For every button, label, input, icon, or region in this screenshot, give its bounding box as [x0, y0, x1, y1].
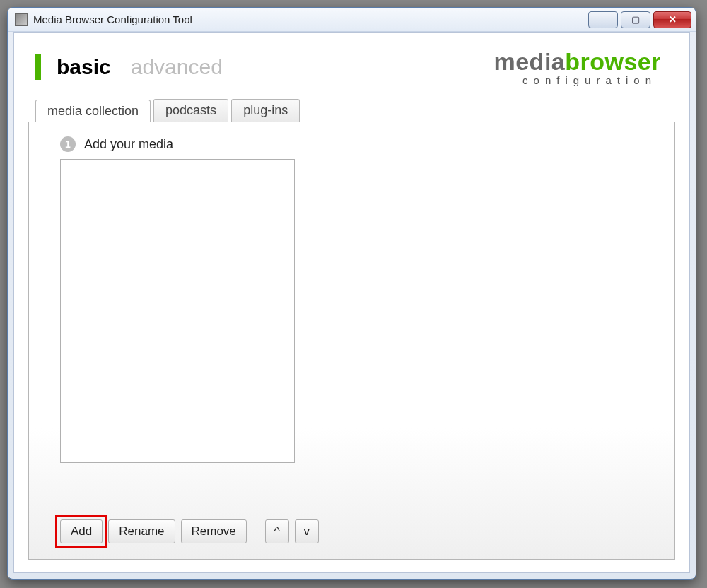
top-nav: basic advanced mediabrowser configuratio…	[14, 33, 689, 99]
maximize-button[interactable]: ▢	[621, 11, 650, 28]
logo-part2: browser	[565, 48, 661, 75]
tabs-container: media collection podcasts plug-ins 1 Add…	[28, 99, 675, 560]
minimize-button[interactable]: —	[588, 11, 618, 28]
step-label: Add your media	[84, 137, 173, 152]
logo-part1: media	[493, 48, 565, 75]
step-number-badge: 1	[60, 136, 76, 152]
add-button[interactable]: Add	[60, 519, 103, 543]
nav-basic[interactable]: basic	[57, 55, 111, 79]
tab-plugins[interactable]: plug-ins	[231, 99, 300, 122]
rename-button[interactable]: Rename	[108, 519, 175, 543]
window-frame: Media Browser Configuration Tool — ▢ ✕ b…	[7, 7, 696, 580]
tab-media-collection[interactable]: media collection	[35, 100, 151, 122]
tab-podcasts[interactable]: podcasts	[153, 99, 228, 122]
logo: mediabrowser configuration	[493, 48, 668, 86]
tabstrip: media collection podcasts plug-ins	[28, 99, 675, 122]
tab-panel: 1 Add your media Add Rename Remove ^ v	[28, 122, 675, 560]
window-title: Media Browser Configuration Tool	[33, 13, 588, 25]
step-header: 1 Add your media	[60, 136, 674, 152]
window-controls: — ▢ ✕	[588, 11, 694, 28]
accent-bar	[35, 54, 41, 80]
close-button[interactable]: ✕	[653, 11, 691, 28]
move-down-button[interactable]: v	[295, 519, 319, 543]
move-up-button[interactable]: ^	[265, 519, 289, 543]
titlebar[interactable]: Media Browser Configuration Tool — ▢ ✕	[8, 8, 696, 32]
remove-button[interactable]: Remove	[181, 519, 247, 543]
media-list[interactable]	[60, 159, 295, 463]
app-icon	[15, 13, 28, 26]
logo-subtitle: configuration	[493, 74, 661, 86]
nav-advanced[interactable]: advanced	[131, 55, 223, 79]
button-row: Add Rename Remove ^ v	[60, 519, 319, 543]
client-area: basic advanced mediabrowser configuratio…	[13, 32, 690, 573]
